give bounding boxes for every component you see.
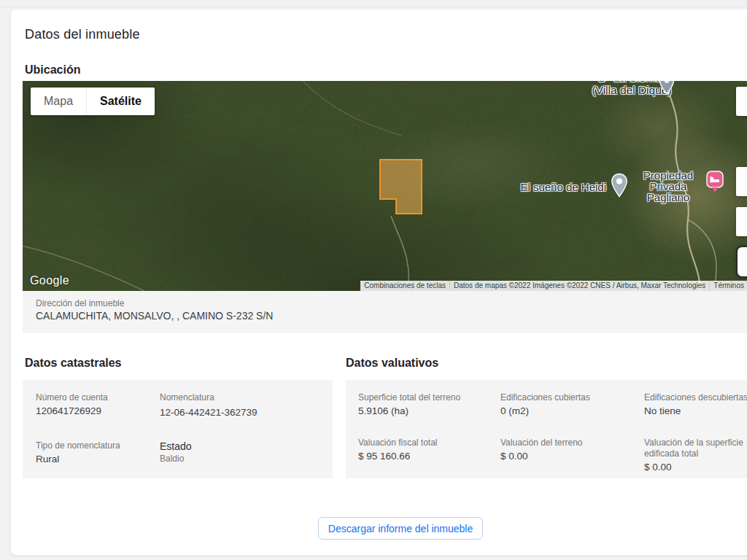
trail-path bbox=[391, 216, 409, 291]
google-logo: Google bbox=[30, 274, 69, 287]
download-report-button[interactable]: Descargar informe del inmueble bbox=[318, 517, 483, 540]
land-valuation-value: $ 0.00 bbox=[500, 450, 621, 462]
nomenclature-type-field: Tipo de nomenclatura Rural bbox=[36, 440, 156, 465]
total-surface-label: Superficie total del terreno bbox=[358, 392, 479, 403]
location-heading: Ubicación bbox=[25, 63, 80, 77]
parcel-polygon[interactable] bbox=[380, 160, 422, 214]
total-surface-field: Superficie total del terreno 5.9106 (ha) bbox=[358, 392, 479, 417]
built-surface-valuation-value: $ 0.00 bbox=[644, 461, 747, 473]
poi-heidi-label: El sueño de Heidi bbox=[500, 181, 606, 193]
poi-heidi-pin-icon[interactable] bbox=[611, 173, 628, 198]
land-valuation-label: Valuación del terreno bbox=[500, 438, 621, 448]
account-number-value: 120641726929 bbox=[36, 405, 156, 417]
pegman-control[interactable] bbox=[736, 207, 747, 236]
poi-pagliano-label: Propiedad Privada Pagliano bbox=[630, 170, 706, 203]
status-label: Estado bbox=[160, 440, 280, 453]
nomenclature-type-value: Rural bbox=[36, 453, 156, 465]
valuation-panel: Superficie total del terreno 5.9106 (ha)… bbox=[346, 380, 747, 478]
total-surface-value: 5.9106 (ha) bbox=[358, 405, 479, 417]
cadastral-panel: Número de cuenta 120641726929 Nomenclatu… bbox=[23, 380, 333, 478]
status-value: Baldio bbox=[160, 454, 280, 464]
satellite-view-button[interactable]: Satélite bbox=[86, 88, 155, 115]
address-panel: Dirección del inmueble CALAMUCHITA, MONS… bbox=[23, 291, 747, 333]
fiscal-valuation-field: Valuación fiscal total $ 95 160.66 bbox=[358, 438, 479, 462]
covered-buildings-field: Edificaciones cubiertas 0 (m2) bbox=[500, 392, 621, 417]
nomenclature-type-label: Tipo de nomenclatura bbox=[36, 440, 156, 451]
fullscreen-button[interactable] bbox=[736, 87, 747, 116]
town-label-line2: (Villa del Dique) bbox=[566, 84, 697, 96]
uncovered-buildings-field: Edificaciones descubiertas No tiene bbox=[644, 392, 747, 417]
land-valuation-field: Valuación del terreno $ 0.00 bbox=[500, 438, 621, 462]
map-control-button[interactable] bbox=[736, 167, 747, 196]
account-number-label: Número de cuenta bbox=[36, 392, 156, 403]
nomenclature-label: Nomenclatura bbox=[160, 392, 280, 403]
uncovered-buildings-label: Edificaciones descubiertas bbox=[644, 392, 747, 403]
covered-buildings-value: 0 (m2) bbox=[500, 405, 621, 417]
poi-lodging-pin-icon[interactable] bbox=[705, 170, 725, 196]
account-number-field: Número de cuenta 120641726929 bbox=[36, 392, 156, 417]
poi-pagliano-line1: Propiedad bbox=[630, 170, 706, 181]
nomenclature-field: Nomenclatura 12-06-442421-362739 bbox=[160, 392, 280, 419]
map-attribution: Combinaciones de teclas Datos de mapas ©… bbox=[360, 281, 747, 291]
town-pin-icon[interactable] bbox=[659, 81, 675, 95]
fiscal-valuation-value: $ 95 160.66 bbox=[358, 450, 479, 462]
nomenclature-value: 12-06-442421-362739 bbox=[160, 406, 280, 419]
property-card: Datos del inmueble Ubicación bbox=[10, 9, 747, 556]
poi-pagliano-line2: Privada Pagliano bbox=[630, 181, 706, 203]
fiscal-valuation-label: Valuación fiscal total bbox=[358, 438, 479, 448]
browser-chrome-edge bbox=[0, 0, 747, 7]
built-surface-valuation-label: Valuación de la superficie edificada tot… bbox=[644, 438, 747, 459]
cadastral-heading: Datos catastrales bbox=[25, 357, 122, 370]
built-surface-valuation-field: Valuación de la superficie edificada tot… bbox=[644, 438, 747, 473]
address-label: Dirección del inmueble bbox=[36, 298, 124, 308]
terms-link[interactable]: Términos bbox=[709, 281, 747, 291]
map-data-attribution: Datos de mapas ©2022 Imágenes ©2022 CNES… bbox=[449, 281, 709, 291]
keyboard-shortcuts-link[interactable]: Combinaciones de teclas bbox=[360, 281, 449, 291]
satellite-map[interactable]: Mapa Satélite B° La Sierrita (Villa del … bbox=[23, 81, 747, 291]
uncovered-buildings-value: No tiene bbox=[644, 405, 747, 417]
zoom-control[interactable] bbox=[736, 246, 747, 278]
valuation-heading: Datos valuativos bbox=[346, 357, 438, 370]
map-type-control: Mapa Satélite bbox=[31, 88, 155, 115]
town-label: B° La Sierrita (Villa del Dique) bbox=[566, 81, 697, 96]
status-field: Estado Baldio bbox=[160, 440, 280, 464]
address-value: CALAMUCHITA, MONSALVO, , CAMINO S-232 S/… bbox=[36, 310, 273, 322]
page-title: Datos del inmueble bbox=[25, 27, 140, 42]
map-view-button[interactable]: Mapa bbox=[31, 88, 86, 115]
trail-path-2 bbox=[300, 81, 402, 136]
covered-buildings-label: Edificaciones cubiertas bbox=[500, 392, 621, 403]
